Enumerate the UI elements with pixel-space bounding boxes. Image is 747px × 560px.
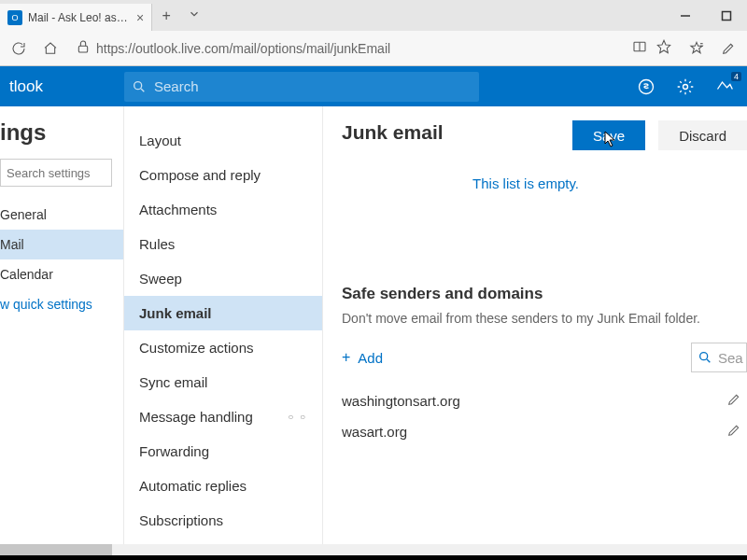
- horizontal-scrollbar[interactable]: [0, 544, 747, 555]
- empty-list-message: This list is empty.: [342, 175, 747, 191]
- scrollbar-thumb[interactable]: [0, 544, 112, 555]
- loading-dots-icon: ○ ○: [288, 412, 307, 422]
- skype-icon[interactable]: [635, 76, 657, 98]
- add-sender-button[interactable]: + Add: [342, 349, 383, 366]
- mail-option-layout[interactable]: Layout: [124, 123, 322, 158]
- tab-title: Mail - Ask Leo! askleo.c: [28, 11, 131, 24]
- svg-point-10: [640, 79, 654, 93]
- mail-option-rules[interactable]: Rules: [124, 227, 322, 261]
- svg-line-13: [707, 359, 710, 362]
- edit-sender-button[interactable]: [726, 392, 741, 410]
- svg-point-11: [684, 84, 688, 89]
- window-maximize-button[interactable]: [706, 0, 747, 31]
- global-search-input[interactable]: Search: [124, 72, 479, 102]
- notes-button[interactable]: [715, 35, 741, 62]
- svg-marker-5: [657, 40, 669, 52]
- mail-option-subscriptions[interactable]: Subscriptions: [124, 503, 322, 538]
- outlook-header: tlook Search: [0, 66, 747, 106]
- favicon-icon: O: [7, 10, 22, 25]
- settings-section-calendar[interactable]: Calendar: [0, 259, 123, 289]
- plus-icon: +: [342, 349, 350, 366]
- favorites-button[interactable]: [684, 35, 710, 62]
- url-input[interactable]: https://outlook.live.com/mail/options/ma…: [69, 35, 678, 63]
- notifications-bell-icon[interactable]: [713, 76, 736, 98]
- browser-address-bar: https://outlook.live.com/mail/options/ma…: [0, 31, 747, 66]
- save-button[interactable]: Save: [572, 120, 645, 150]
- safe-sender-domain: wasart.org: [342, 424, 407, 440]
- mail-option-sync-email[interactable]: Sync email: [124, 365, 322, 399]
- new-tab-button[interactable]: +: [152, 7, 180, 24]
- favorite-star-icon[interactable]: [656, 39, 671, 57]
- discard-button[interactable]: Discard: [658, 120, 747, 150]
- quick-settings-link[interactable]: w quick settings: [0, 289, 123, 319]
- settings-section-mail[interactable]: Mail: [0, 230, 123, 259]
- svg-rect-2: [78, 46, 87, 52]
- safe-sender-domain: washingtonsart.org: [342, 393, 460, 409]
- browser-titlebar: O Mail - Ask Leo! askleo.c × +: [0, 0, 747, 31]
- safe-sender-row: washingtonsart.org: [342, 385, 747, 416]
- app-name: tlook: [0, 77, 124, 96]
- main-panel: Junk email Save Discard This list is emp…: [323, 106, 747, 555]
- window-minimize-button[interactable]: [665, 0, 706, 31]
- search-icon: [124, 79, 154, 94]
- mail-options-sidebar: LayoutCompose and replyAttachmentsRulesS…: [124, 106, 323, 555]
- mail-option-customize-actions[interactable]: Customize actions: [124, 330, 322, 365]
- svg-rect-1: [723, 11, 731, 20]
- mail-option-attachments[interactable]: Attachments: [124, 192, 322, 227]
- svg-point-12: [700, 353, 708, 360]
- mail-option-sweep[interactable]: Sweep: [124, 261, 322, 296]
- safe-senders-description: Don't move email from these senders to m…: [342, 311, 747, 326]
- close-tab-icon[interactable]: ×: [136, 10, 144, 25]
- safe-senders-search-input[interactable]: Sea: [691, 343, 747, 372]
- settings-section-general[interactable]: General: [0, 200, 123, 230]
- tab-chevron-icon[interactable]: [180, 7, 208, 24]
- browser-tab[interactable]: O Mail - Ask Leo! askleo.c ×: [0, 4, 152, 31]
- edit-sender-button[interactable]: [726, 423, 741, 441]
- settings-sidebar: ings GeneralMailCalendar w quick setting…: [0, 106, 124, 555]
- url-text: https://outlook.live.com/mail/options/ma…: [96, 41, 390, 56]
- mail-option-forwarding[interactable]: Forwarding: [124, 434, 322, 469]
- lock-icon: [76, 39, 91, 57]
- mail-option-compose-and-reply[interactable]: Compose and reply: [124, 158, 322, 192]
- refresh-button[interactable]: [6, 35, 32, 62]
- home-button[interactable]: [37, 35, 63, 62]
- mail-option-junk-email[interactable]: Junk email: [124, 296, 322, 330]
- svg-point-8: [134, 81, 142, 89]
- settings-heading: ings: [0, 119, 123, 159]
- settings-search-input[interactable]: [0, 159, 112, 187]
- settings-gear-icon[interactable]: [674, 76, 697, 98]
- mail-option-message-handling[interactable]: Message handling○ ○: [124, 399, 322, 434]
- search-placeholder-text: Search: [154, 78, 199, 94]
- safe-senders-heading: Safe senders and domains: [342, 285, 747, 303]
- safe-sender-row: wasart.org: [342, 416, 747, 447]
- reading-view-icon[interactable]: [632, 39, 647, 57]
- mail-option-automatic-replies[interactable]: Automatic replies: [124, 469, 322, 503]
- svg-line-9: [141, 89, 144, 91]
